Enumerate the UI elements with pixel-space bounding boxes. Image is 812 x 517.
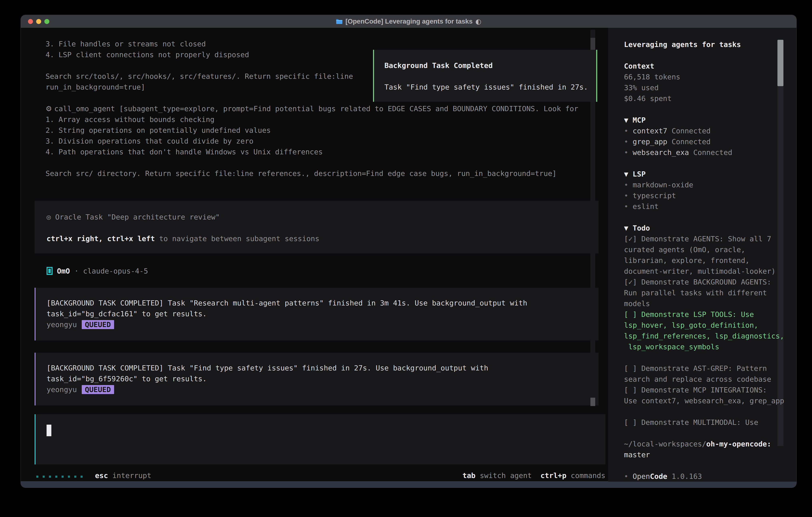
line — [624, 406, 784, 417]
line: master — [624, 450, 784, 460]
prompt-input[interactable] — [35, 414, 605, 464]
line: librarian, explore, frontend, — [624, 255, 784, 266]
line: Context — [624, 61, 784, 72]
toast-body: Task "Find type safety issues" finished … — [384, 82, 596, 92]
window-bottom-frame — [21, 481, 796, 488]
agent-name: OmO — [57, 267, 70, 275]
agent-header: OmO · claude-opus-4-5 — [47, 266, 148, 276]
chat-scrollbar-thumb-bottom[interactable] — [590, 398, 595, 406]
line — [624, 352, 784, 363]
line: Use context7, websearch_exa, grep_app — [624, 396, 784, 406]
line: Run parallel tasks with different — [624, 288, 784, 298]
line: $0.46 spent — [624, 93, 784, 104]
folder-icon — [336, 19, 343, 24]
line: • typescript — [624, 190, 784, 201]
line — [624, 460, 784, 471]
line: yeongyuQUEUED — [47, 384, 599, 395]
line: lsp_find_references, lsp_diagnostics, — [624, 331, 784, 342]
line: lsp_hover, lsp_goto_definition, — [624, 320, 784, 331]
line — [47, 460, 51, 471]
window-title: [OpenCode] Leveraging agents for tasks — [345, 18, 472, 25]
line: 33% used — [624, 82, 784, 93]
text-cursor — [47, 425, 51, 436]
minimize-button[interactable] — [36, 19, 41, 24]
line: lsp_workspace_symbols — [624, 342, 784, 352]
line — [624, 212, 784, 223]
line: ▼ MCP — [624, 115, 784, 126]
line: ▼ LSP — [624, 169, 784, 180]
window-title-group: [OpenCode] Leveraging agents for tasks ◐ — [336, 18, 481, 25]
line: yeongyuQUEUED — [47, 319, 599, 330]
line: search and replace across codebase — [624, 374, 784, 385]
line — [624, 158, 784, 169]
background-task-message: [BACKGROUND TASK COMPLETED] Task "Resear… — [35, 288, 599, 341]
line: [ ] Demonstrate MULTIMODAL: Use — [624, 417, 784, 428]
line: [ ] Demonstrate AST-GREP: Pattern — [624, 363, 784, 374]
session-sidebar: Leveraging agents for tasks Context66,51… — [608, 28, 796, 482]
line: document-writer, multimodal-looker) — [624, 266, 784, 277]
line: ▼ Todo — [624, 223, 784, 234]
line: 4. Path operations that don't handle Win… — [46, 146, 578, 157]
line: [BACKGROUND TASK COMPLETED] Task "Resear… — [47, 298, 599, 308]
line — [624, 50, 784, 61]
line: 1. Array access without bounds checking — [46, 114, 578, 125]
line: ⚙ call_omo_agent [subagent_type=explore,… — [46, 103, 578, 114]
moon-indicator-icon: ◐ — [475, 18, 481, 25]
line — [624, 428, 784, 439]
sidebar-info: Leveraging agents for tasks Context66,51… — [624, 39, 784, 482]
line: [✓] Demonstrate AGENTS: Show all 7 — [624, 234, 784, 244]
oracle-task-panel: ◎ Oracle Task "Deep architecture review"… — [35, 201, 599, 253]
line: Search src/ directory. Return specific f… — [46, 168, 578, 179]
line: [✓] Demonstrate BACKGROUND AGENTS: — [624, 277, 784, 288]
status-left: ▪▪▪▪▪▪▪▪ esc interrupt — [36, 470, 151, 481]
line: Leveraging agents for tasks — [624, 39, 784, 50]
line: 66,518 tokens — [624, 72, 784, 82]
line: • eslint — [624, 201, 784, 212]
line: ◎ Oracle Task "Deep architecture review" — [47, 212, 599, 222]
line: task_id="bg_6f59260c" to get results. — [47, 374, 599, 384]
close-button[interactable] — [28, 19, 33, 24]
line — [46, 157, 578, 168]
separator-dot: · — [74, 267, 79, 275]
terminal-window: [OpenCode] Leveraging agents for tasks ◐… — [21, 15, 796, 488]
line: ~/local-workspaces/oh-my-opencode: — [624, 439, 784, 450]
line: • markdown-oxide — [624, 180, 784, 190]
line: curated agents (OmO, oracle, — [624, 244, 784, 255]
title-bar[interactable]: [OpenCode] Leveraging agents for tasks ◐ — [21, 15, 796, 28]
line: [ ] Demonstrate MCP INTEGRATIONS: — [624, 385, 784, 396]
terminal-content: 3. File handles or streams not closed4. … — [21, 28, 796, 482]
status-bar: ▪▪▪▪▪▪▪▪ esc interrupt tab switch agent … — [36, 470, 605, 481]
line: task_id="bg_dcfac161" to get results. — [47, 308, 599, 319]
line: 3. Division operations that could divide… — [46, 136, 578, 146]
line: models — [624, 298, 784, 309]
zoom-button[interactable] — [45, 19, 49, 24]
traffic-lights — [28, 19, 49, 24]
toast-title: Background Task Completed — [384, 60, 596, 71]
line — [624, 104, 784, 115]
line — [47, 222, 599, 233]
background-task-toast: Background Task Completed Task "Find typ… — [373, 50, 597, 102]
status-right: tab switch agent ctrl+p commands — [463, 470, 605, 481]
agent-icon — [47, 267, 53, 275]
line — [47, 449, 51, 460]
agent-model: claude-opus-4-5 — [83, 267, 148, 275]
line: 2. String operations on potentially unde… — [46, 125, 578, 136]
line: • context7 Connected — [624, 126, 784, 136]
line: • websearch_exa Connected — [624, 147, 784, 158]
line: [BACKGROUND TASK COMPLETED] Task "Find t… — [47, 363, 599, 374]
line: [ ] Demonstrate LSP TOOLS: Use — [624, 309, 784, 320]
line: • OpenCode 1.0.163 — [624, 471, 784, 482]
line: 3. File handles or streams not closed — [46, 38, 578, 49]
background-task-message: [BACKGROUND TASK COMPLETED] Task "Find t… — [35, 353, 599, 405]
line: • grep_app Connected — [624, 136, 784, 147]
line: ctrl+x right, ctrl+x left to navigate be… — [47, 233, 599, 244]
